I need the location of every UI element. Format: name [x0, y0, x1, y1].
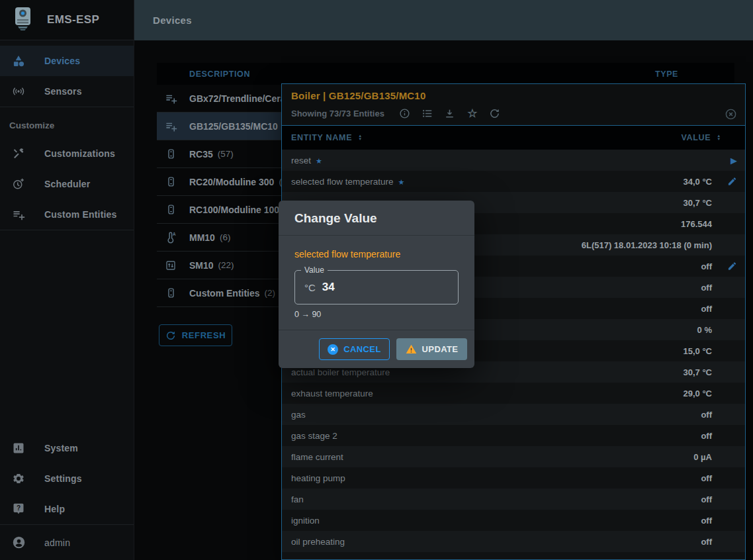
refresh-icon[interactable]: [489, 107, 501, 119]
entity-name: ignition: [291, 516, 701, 526]
solar-icon: [163, 259, 178, 271]
value-input-text: 34: [322, 281, 335, 294]
cancel-button[interactable]: ✕ CANCEL: [319, 338, 390, 360]
column-header-entity-name: ENTITY NAME: [291, 133, 352, 142]
thermometer-icon: A: [163, 231, 178, 244]
value-range-hint: 0 → 90: [294, 310, 459, 319]
entity-value: off: [701, 473, 712, 483]
device-name: GB125/GB135/MC10: [189, 121, 278, 132]
device-name: MM10: [189, 232, 215, 243]
entity-row[interactable]: reset★▶: [282, 150, 745, 171]
entity-value: 6L(517) 18.01.2023 10:18 (0 min): [582, 240, 712, 250]
sort-icon[interactable]: ▲▼: [717, 134, 721, 141]
change-value-dialog: Change Value selected flow temperature V…: [279, 201, 474, 368]
entity-value: off: [701, 516, 712, 526]
help-icon: ?: [11, 502, 26, 516]
list-icon[interactable]: [421, 107, 433, 119]
entity-row: ignitionoff: [282, 510, 745, 531]
entity-name: selected flow temperature★: [291, 177, 683, 187]
value-input[interactable]: Value °C 34: [294, 270, 459, 304]
entity-name: heating pump: [291, 473, 701, 483]
sidebar-item-settings[interactable]: Settings: [0, 463, 134, 494]
cancel-circle-icon: ✕: [328, 344, 338, 355]
entity-value: 15,0 °C: [683, 346, 712, 356]
thermostat-icon: [163, 287, 178, 299]
entity-name: oil preheating: [291, 537, 701, 547]
customize-section-label: Customize: [0, 107, 134, 138]
sidebar-item-scheduler[interactable]: Scheduler: [0, 169, 134, 199]
entity-name: flame current: [291, 452, 693, 462]
svg-text:?: ?: [17, 504, 21, 512]
device-name: RC20/Moduline 300: [189, 177, 274, 187]
info-icon[interactable]: [399, 107, 411, 119]
device-name: Custom Entities: [189, 288, 260, 299]
device-count: (57): [218, 149, 234, 159]
entity-name: fan: [291, 494, 701, 504]
device-count: (22): [218, 260, 234, 270]
sidebar-item-customizations[interactable]: Customizations: [0, 138, 134, 169]
sidebar-item-user[interactable]: admin: [0, 525, 134, 560]
entity-row: gasoff: [282, 404, 745, 425]
entity-row: fanoff: [282, 489, 745, 510]
run-command-icon[interactable]: ▶: [731, 156, 737, 165]
sidebar-item-system[interactable]: System: [0, 433, 134, 463]
device-name: GBx72/Trendline/Cera: [189, 93, 286, 104]
appbar: Devices: [134, 0, 753, 40]
column-header-type: TYPE: [655, 70, 678, 79]
sidebar-item-custom-entities[interactable]: Custom Entities: [0, 199, 134, 230]
sidebar-item-label: System: [44, 443, 78, 453]
sidebar: EMS-ESP Devices Sensors Customize Custom…: [0, 0, 134, 560]
star-icon[interactable]: ☆: [466, 107, 478, 119]
thermostat-icon: [163, 204, 178, 215]
edit-pencil-icon[interactable]: [727, 261, 737, 271]
app-title: EMS-ESP: [47, 13, 99, 26]
download-icon[interactable]: [444, 107, 456, 119]
device-name: RC100/Moduline 100: [189, 205, 279, 215]
thermostat-icon: [163, 176, 178, 187]
entity-label: selected flow temperature: [294, 249, 459, 259]
column-header-value: VALUE: [681, 133, 711, 142]
sidebar-item-label: Settings: [44, 473, 82, 484]
username: admin: [44, 537, 70, 548]
thermostat-icon: [163, 148, 178, 160]
sidebar-item-devices[interactable]: Devices: [0, 46, 134, 76]
entity-value: 0 %: [697, 325, 712, 335]
entity-columns-header: ENTITY NAME ▲▼ VALUE ▲▼: [282, 126, 745, 150]
dialog-body: selected flow temperature Value °C 34 0 …: [279, 236, 474, 319]
playlist-add-icon: [163, 120, 178, 132]
entity-row[interactable]: selected flow temperature★34,0 °C: [282, 171, 745, 192]
entity-row: oil preheatingoff: [282, 531, 745, 552]
sidebar-item-sensors[interactable]: Sensors: [0, 76, 134, 107]
schedule-add-icon: [11, 177, 26, 191]
showing-count: Showing 73/73 Entities: [291, 109, 384, 118]
entity-row: heating pumpoff: [282, 467, 745, 489]
edit-pencil-icon[interactable]: [727, 177, 737, 187]
entity-row: flame current0 µA: [282, 446, 745, 467]
svg-text:A: A: [172, 232, 175, 236]
entity-panel-toolbar: Showing 73/73 Entities ☆: [291, 107, 736, 119]
favorite-star-icon: ★: [398, 178, 405, 186]
sidebar-item-label: Help: [44, 504, 65, 514]
sidebar-item-help[interactable]: ? Help: [0, 494, 134, 524]
entity-value: off: [701, 537, 712, 547]
unit-label: °C: [304, 282, 316, 293]
entity-name: gas stage 2: [291, 431, 701, 441]
value-input-label: Value: [301, 265, 328, 275]
warning-triangle-icon: [406, 344, 417, 355]
dialog-title: Change Value: [279, 201, 474, 236]
cancel-label: CANCEL: [343, 344, 381, 354]
sort-icon[interactable]: ▲▼: [358, 134, 363, 141]
entity-value: off: [701, 283, 712, 293]
favorite-star-icon: ★: [316, 157, 322, 165]
update-button[interactable]: UPDATE: [396, 338, 467, 360]
device-count: (6): [220, 232, 231, 242]
sidebar-item-label: Devices: [44, 56, 80, 66]
page-title: Devices: [153, 15, 192, 26]
device-name: SM10: [189, 260, 214, 271]
entity-value: 30,7 °C: [683, 367, 712, 377]
refresh-button[interactable]: REFRESH: [159, 324, 232, 346]
close-icon[interactable]: [725, 108, 737, 123]
playlist-add-icon: [163, 92, 178, 105]
playlist-add-icon: [11, 208, 26, 221]
ems-esp-app: { "app": { "name": "EMS-ESP", "header_ti…: [0, 0, 753, 560]
